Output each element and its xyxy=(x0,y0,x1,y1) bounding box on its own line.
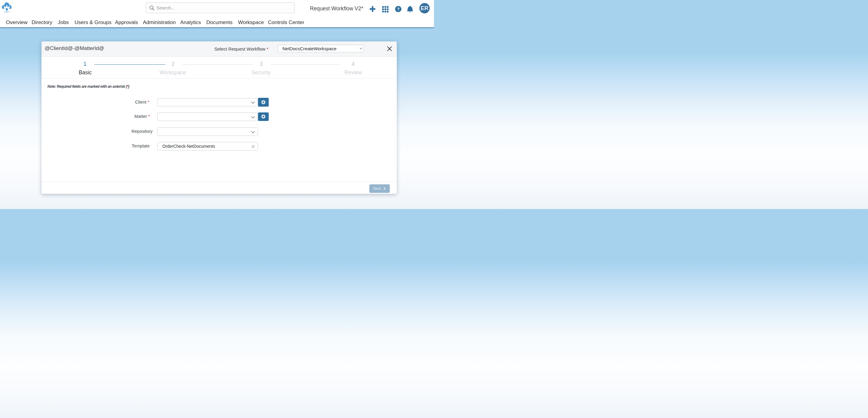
svg-text:ER: ER xyxy=(421,5,429,11)
svg-text:?: ? xyxy=(397,6,400,11)
